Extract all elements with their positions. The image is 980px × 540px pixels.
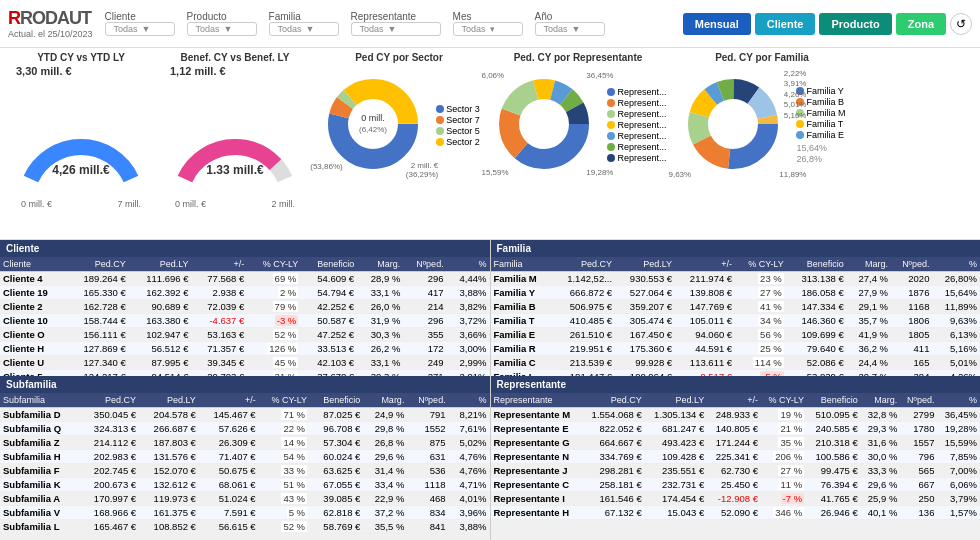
table-row[interactable]: Cliente O156.111 €102.947 €53.163 €52 %4… bbox=[0, 328, 490, 342]
table-cell: 25 % bbox=[735, 342, 787, 356]
table-row[interactable]: Familia B506.975 €359.207 €147.769 €41 %… bbox=[491, 300, 981, 314]
table-row[interactable]: Subfamilia L165.467 €108.852 €56.615 €52… bbox=[0, 520, 490, 534]
table-cell: 1780 bbox=[900, 422, 937, 436]
table-cell: 33,1 % bbox=[357, 356, 403, 370]
btn-cliente[interactable]: Cliente bbox=[755, 13, 816, 35]
table-row[interactable]: Subfamilia D350.045 €204.578 €145.467 €7… bbox=[0, 408, 490, 422]
col-header-pedcy: Ped.CY bbox=[552, 257, 615, 272]
table-row[interactable]: Representante M1.554.068 €1.305.134 €248… bbox=[491, 408, 981, 422]
table-cell: 140.805 € bbox=[707, 422, 761, 436]
cliente-scroll[interactable]: ClientePed.CYPed.LY+/-% CY-LYBeneficioMa… bbox=[0, 257, 490, 376]
table-cell: 841 bbox=[407, 520, 448, 534]
table-cell: 108.852 € bbox=[139, 520, 199, 534]
table-cell: 7,85% bbox=[937, 450, 980, 464]
table-cell: 29,8 % bbox=[363, 422, 407, 436]
table-cell: 31 % bbox=[247, 370, 301, 377]
table-cell: 152.070 € bbox=[139, 464, 199, 478]
filter-mes-select[interactable]: Todas▾ bbox=[453, 22, 523, 36]
table-cell: 39.345 € bbox=[191, 356, 247, 370]
table-cell: 33,4 % bbox=[363, 478, 407, 492]
table-cell: 631 bbox=[407, 450, 448, 464]
col-header-beneficio: Beneficio bbox=[301, 257, 357, 272]
table-cell: 19,28% bbox=[937, 422, 980, 436]
table-row[interactable]: Subfamilia V168.966 €161.375 €7.591 €5 %… bbox=[0, 506, 490, 520]
update-text: Actual. el 25/10/2023 bbox=[8, 29, 93, 39]
table-row[interactable]: Subfamilia Z214.112 €187.803 €26.309 €14… bbox=[0, 436, 490, 450]
table-row[interactable]: Representante E822.052 €681.247 €140.805… bbox=[491, 422, 981, 436]
btn-zona[interactable]: Zona bbox=[896, 13, 946, 35]
table-row[interactable]: Familia Y666.872 €527.064 €139.808 €27 %… bbox=[491, 286, 981, 300]
table-cell: 31,4 % bbox=[363, 464, 407, 478]
filter-cliente-select[interactable]: Todas▼ bbox=[105, 22, 175, 36]
table-cell: Subfamilia F bbox=[0, 464, 79, 478]
table-row[interactable]: Representante I161.546 €174.454 €-12.908… bbox=[491, 492, 981, 506]
table-row[interactable]: Cliente 19165.330 €162.392 €2.938 €2 %54… bbox=[0, 286, 490, 300]
familia-scroll[interactable]: FamiliaPed.CYPed.LY+/-% CY-LYBeneficioMa… bbox=[491, 257, 981, 376]
table-cell: 50.675 € bbox=[199, 464, 259, 478]
table-cell: 3,82% bbox=[447, 300, 490, 314]
table-row[interactable]: Representante H67.132 €15.043 €52.090 €3… bbox=[491, 506, 981, 520]
table-row[interactable]: Familia E261.510 €167.450 €94.060 €56 %1… bbox=[491, 328, 981, 342]
table-row[interactable]: Subfamilia K200.673 €132.612 €68.061 €51… bbox=[0, 478, 490, 492]
table-cell: 94.514 € bbox=[129, 370, 192, 377]
filter-producto-select[interactable]: Todas▼ bbox=[187, 22, 257, 36]
table-cell: 189.264 € bbox=[66, 272, 129, 286]
table-cell: Subfamilia K bbox=[0, 478, 79, 492]
table-cell: 4,76% bbox=[449, 464, 490, 478]
table-cell: 296 bbox=[403, 314, 446, 328]
table-row[interactable]: Cliente 4189.264 €111.696 €77.568 €69 %5… bbox=[0, 272, 490, 286]
table-row[interactable]: Cliente H127.869 €56.512 €71.357 €126 %3… bbox=[0, 342, 490, 356]
table-row[interactable]: Familia M1.142,52...930.553 €211.974 €23… bbox=[491, 272, 981, 286]
table-cell: 36,2 % bbox=[847, 342, 891, 356]
svg-text:(6,42%): (6,42%) bbox=[359, 125, 387, 134]
table-cell: 165.467 € bbox=[79, 520, 139, 534]
filter-familia-select[interactable]: Todas▼ bbox=[269, 22, 339, 36]
table-row[interactable]: Subfamilia A170.997 €119.973 €51.024 €43… bbox=[0, 492, 490, 506]
representante-scroll[interactable]: RepresentantePed.CYPed.LY+/-% CY-LYBenef… bbox=[491, 393, 981, 540]
refresh-button[interactable]: ↺ bbox=[950, 13, 972, 35]
table-cell: 109.699 € bbox=[787, 328, 847, 342]
table-cell: 1.554.068 € bbox=[582, 408, 644, 422]
table-row[interactable]: Familia T410.485 €305.474 €105.011 €34 %… bbox=[491, 314, 981, 328]
table-cell: Subfamilia V bbox=[0, 506, 79, 520]
table-cell: 2020 bbox=[891, 272, 932, 286]
table-cell: 145.467 € bbox=[199, 408, 259, 422]
table-cell: 2,91% bbox=[447, 370, 490, 377]
table-row[interactable]: Representante J298.281 €235.551 €62.730 … bbox=[491, 464, 981, 478]
table-row[interactable]: Cliente 5124.217 €94.514 €29.703 €31 %37… bbox=[0, 370, 490, 377]
table-row[interactable]: Representante N334.769 €109.428 €225.341… bbox=[491, 450, 981, 464]
table-cell: 1.305.134 € bbox=[645, 408, 707, 422]
panel-familia: Familia FamiliaPed.CYPed.LY+/-% CY-LYBen… bbox=[491, 240, 981, 376]
table-row[interactable]: Familia L181.447 €190.964 €-9.517 €-5 %5… bbox=[491, 370, 981, 377]
table-cell: 62.818 € bbox=[310, 506, 363, 520]
table-cell: 186.058 € bbox=[787, 286, 847, 300]
table-row[interactable]: Familia C213.539 €99.928 €113.611 €114 %… bbox=[491, 356, 981, 370]
table-cell: 147.334 € bbox=[787, 300, 847, 314]
table-cell: 214 bbox=[403, 300, 446, 314]
table-row[interactable]: Subfamilia F202.745 €152.070 €50.675 €33… bbox=[0, 464, 490, 478]
btn-producto[interactable]: Producto bbox=[819, 13, 891, 35]
table-cell: 42.252 € bbox=[301, 300, 357, 314]
table-row[interactable]: Familia R219.951 €175.360 €44.591 €25 %7… bbox=[491, 342, 981, 356]
table-cell: Cliente 4 bbox=[0, 272, 66, 286]
table-cell: 72.039 € bbox=[191, 300, 247, 314]
table-row[interactable]: Representante C258.181 €232.731 €25.450 … bbox=[491, 478, 981, 492]
table-row[interactable]: Subfamilia Q324.313 €266.687 €57.626 €22… bbox=[0, 422, 490, 436]
filter-cliente: Cliente Todas▼ bbox=[105, 11, 175, 36]
table-cell: 175.360 € bbox=[615, 342, 675, 356]
table-cell: 26,2 % bbox=[357, 342, 403, 356]
filter-representante-select[interactable]: Todas▼ bbox=[351, 22, 441, 36]
table-row[interactable]: Cliente U127.340 €87.995 €39.345 €45 %42… bbox=[0, 356, 490, 370]
table-row[interactable]: Representante G664.667 €493.423 €171.244… bbox=[491, 436, 981, 450]
table-row[interactable]: Subfamilia H202.983 €131.576 €71.407 €54… bbox=[0, 450, 490, 464]
subfamilia-scroll[interactable]: SubfamiliaPed.CYPed.LY+/-% CY-LYBenefici… bbox=[0, 393, 490, 540]
table-cell: 69 % bbox=[247, 272, 301, 286]
col-header-nped: Nºped. bbox=[891, 257, 932, 272]
table-row[interactable]: Cliente 10158.744 €163.380 €-4.637 €-3 %… bbox=[0, 314, 490, 328]
table-row[interactable]: Cliente 2162.728 €90.689 €72.039 €79 %42… bbox=[0, 300, 490, 314]
table-cell: 76.394 € bbox=[807, 478, 861, 492]
filter-año-select[interactable]: Todas▼ bbox=[535, 22, 605, 36]
table-cell: 127.869 € bbox=[66, 342, 129, 356]
btn-mensual[interactable]: Mensual bbox=[683, 13, 751, 35]
table-cell: 47.252 € bbox=[301, 328, 357, 342]
